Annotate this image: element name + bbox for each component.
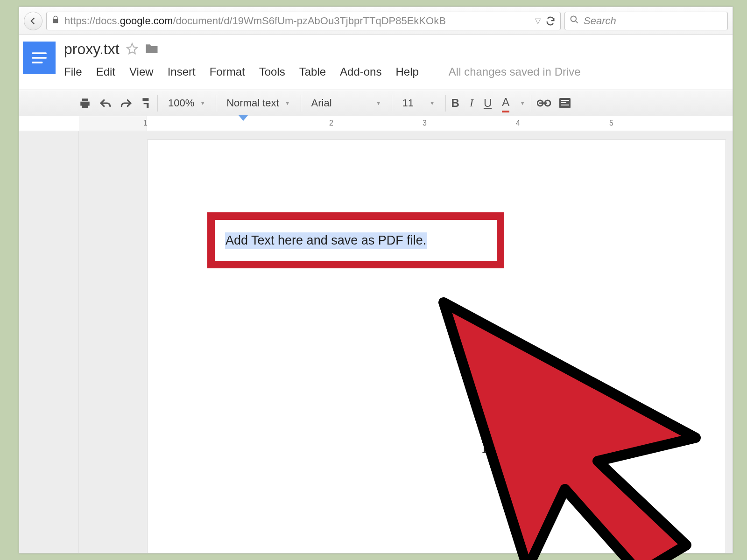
- url-text: https://docs.google.com/document/d/19WmS…: [64, 15, 530, 27]
- font-size-value: 11: [402, 97, 414, 109]
- svg-point-0: [571, 16, 577, 21]
- ruler-label: 5: [609, 119, 613, 127]
- back-arrow-icon: [28, 16, 38, 26]
- menu-format[interactable]: Format: [210, 65, 245, 78]
- chevron-down-icon: ▼: [285, 100, 290, 106]
- menu-tools[interactable]: Tools: [259, 65, 285, 78]
- underline-button[interactable]: U: [484, 97, 492, 110]
- selected-text[interactable]: Add Text here and save as PDF file.: [225, 232, 427, 249]
- url-input[interactable]: https://docs.google.com/document/d/19WmS…: [46, 12, 561, 30]
- font-size-dropdown[interactable]: 11 ▼: [398, 97, 440, 109]
- italic-button[interactable]: I: [470, 97, 473, 109]
- search-icon: [570, 15, 579, 27]
- svg-rect-6: [561, 105, 569, 105]
- search-input[interactable]: Search: [564, 12, 728, 30]
- ruler-label: 2: [329, 119, 333, 127]
- menu-file[interactable]: File: [64, 65, 82, 78]
- ruler-label: 3: [423, 119, 427, 127]
- undo-icon[interactable]: [99, 98, 112, 108]
- toolbar: 100% ▼ Normal text ▼ Arial ▼ 11 ▼ B I U …: [19, 90, 733, 116]
- url-dropdown-icon[interactable]: ▽: [535, 16, 541, 25]
- docs-logo-icon: [31, 51, 47, 65]
- redo-icon[interactable]: [120, 98, 132, 108]
- document-title[interactable]: proxy.txt: [64, 41, 120, 58]
- chevron-down-icon: ▼: [200, 100, 205, 106]
- menu-addons[interactable]: Add-ons: [340, 65, 381, 78]
- font-value: Arial: [311, 97, 332, 109]
- zoom-dropdown[interactable]: 100% ▼: [163, 97, 210, 109]
- lock-icon: [51, 15, 60, 27]
- ruler[interactable]: 1 2 3 4 5: [19, 116, 733, 131]
- browser-window: https://docs.google.com/document/d/19WmS…: [19, 7, 733, 553]
- insert-link-icon[interactable]: [537, 99, 551, 107]
- docs-logo[interactable]: [23, 42, 56, 74]
- star-icon[interactable]: [126, 42, 138, 56]
- svg-rect-5: [561, 102, 566, 103]
- menu-view[interactable]: View: [129, 65, 154, 78]
- search-placeholder: Search: [584, 15, 616, 27]
- outline-gutter: [19, 131, 79, 553]
- chevron-down-icon[interactable]: ▼: [520, 100, 525, 106]
- paragraph-style-dropdown[interactable]: Normal text ▼: [222, 97, 295, 109]
- text-cursor-icon: I: [482, 439, 487, 456]
- editor-area: Add Text here and save as PDF file.: [19, 131, 733, 553]
- align-left-icon[interactable]: [559, 98, 571, 108]
- paragraph-style-value: Normal text: [226, 97, 279, 109]
- indent-marker-icon[interactable]: [239, 115, 248, 121]
- text-color-button[interactable]: A: [502, 96, 509, 111]
- annotation-highlight-box: Add Text here and save as PDF file.: [207, 212, 504, 268]
- save-status: All changes saved in Drive: [449, 65, 581, 78]
- chevron-down-icon: ▼: [376, 100, 381, 106]
- document-page[interactable]: Add Text here and save as PDF file.: [147, 140, 726, 553]
- chevron-down-icon: ▼: [430, 100, 435, 106]
- font-dropdown[interactable]: Arial ▼: [307, 97, 386, 109]
- menu-insert[interactable]: Insert: [168, 65, 196, 78]
- ruler-label: 4: [516, 119, 520, 127]
- folder-icon[interactable]: [145, 42, 159, 56]
- docs-header: proxy.txt File Edit View Insert Format T…: [19, 35, 733, 90]
- back-button[interactable]: [24, 12, 42, 30]
- paint-format-icon[interactable]: [141, 97, 152, 109]
- menu-bar: File Edit View Insert Format Tools Table…: [64, 65, 733, 78]
- ruler-label: 1: [143, 119, 148, 127]
- docs-title-area: proxy.txt File Edit View Insert Format T…: [64, 35, 733, 90]
- menu-help[interactable]: Help: [395, 65, 418, 78]
- bold-button[interactable]: B: [451, 97, 459, 110]
- reload-button[interactable]: [545, 16, 556, 26]
- print-icon[interactable]: [79, 98, 91, 109]
- address-bar: https://docs.google.com/document/d/19WmS…: [19, 7, 733, 35]
- menu-edit[interactable]: Edit: [96, 65, 115, 78]
- svg-rect-4: [561, 100, 569, 101]
- menu-table[interactable]: Table: [299, 65, 326, 78]
- zoom-value: 100%: [168, 97, 194, 109]
